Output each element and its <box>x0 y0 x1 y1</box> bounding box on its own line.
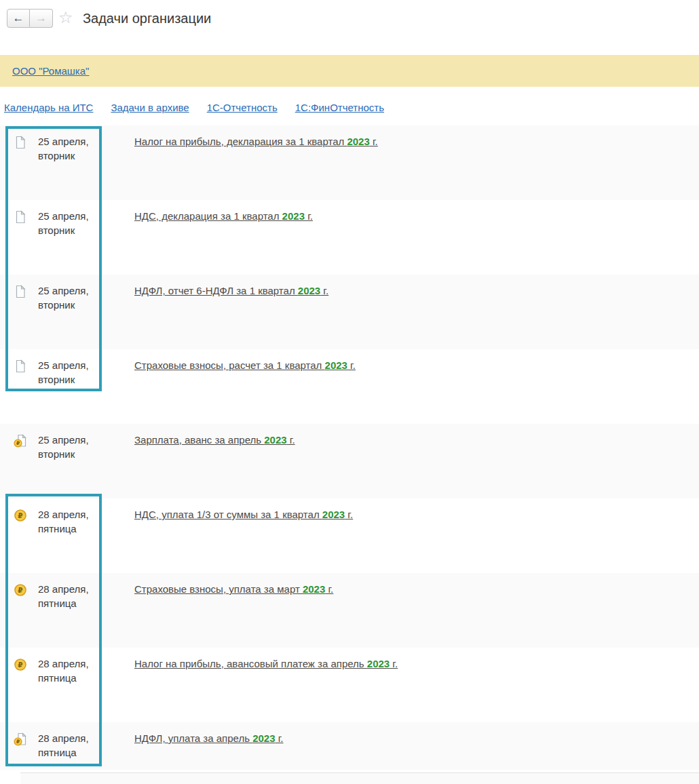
task-link[interactable]: Страховые взносы, уплата за март 2023 г. <box>134 582 333 596</box>
task-date: 28 апреля, пятница <box>38 731 98 760</box>
task-date-line1: 28 апреля, <box>38 507 98 522</box>
task-title-suffix: г. <box>287 434 295 446</box>
task-link[interactable]: Налог на прибыль, декларация за 1 кварта… <box>134 134 378 149</box>
report-icon: ₽ ₽ <box>14 210 27 224</box>
task-title-text: Налог на прибыль, авансовый платеж за ап… <box>134 658 367 669</box>
task-title-suffix: г. <box>345 509 353 520</box>
task-date-line2: вторник <box>38 223 98 237</box>
nav-link-archive-tasks[interactable]: Задачи в архиве <box>111 102 189 113</box>
task-title-year: 2023 <box>298 285 320 296</box>
task-row: ₽ ₽ 28 апреля, пятница НДФЛ, уплата за а… <box>0 722 699 770</box>
payment-report-icon: ₽ ₽ <box>14 434 27 448</box>
task-link[interactable]: Страховые взносы, расчет за 1 квартал 20… <box>134 358 356 372</box>
task-title-year: 2023 <box>252 732 275 744</box>
report-icon: ₽ ₽ <box>14 136 27 149</box>
task-date-line1: 25 апреля, <box>38 433 98 447</box>
task-title-text: Страховые взносы, расчет за 1 квартал <box>134 359 325 371</box>
task-title-suffix: г. <box>325 583 333 595</box>
task-title-text: НДФЛ, уплата за апрель <box>134 732 252 744</box>
task-row: ₽ ₽ 25 апреля, вторник НДФЛ, отчет 6-НДФ… <box>0 275 699 349</box>
task-date: 25 апреля, вторник <box>38 433 98 461</box>
svg-text:₽: ₽ <box>18 511 22 520</box>
task-title-year: 2023 <box>325 359 347 371</box>
task-title-year: 2023 <box>303 583 325 595</box>
task-date-line1: 25 апреля, <box>38 358 98 372</box>
svg-text:₽: ₽ <box>16 739 20 745</box>
tasks-window: ← → ☆ Задачи организации ООО "Ромашка" К… <box>0 0 699 784</box>
task-row: ₽ ₽ 28 апреля, пятница Страховые взносы,… <box>0 573 699 648</box>
task-title-suffix: г. <box>347 359 356 371</box>
task-date-line1: 25 апреля, <box>38 283 98 298</box>
task-title-suffix: г. <box>370 136 378 147</box>
task-link[interactable]: НДС, уплата 1/3 от суммы за 1 квартал 20… <box>134 507 353 522</box>
task-date: 25 апреля, вторник <box>38 358 98 387</box>
task-link[interactable]: НДФЛ, отчет 6-НДФЛ за 1 квартал 2023 г. <box>134 283 328 298</box>
task-link[interactable]: Зарплата, аванс за апрель 2023 г. <box>134 433 295 447</box>
favorite-star-icon[interactable]: ☆ <box>58 8 73 27</box>
task-date-line1: 28 апреля, <box>38 582 98 596</box>
task-date-line1: 28 апреля, <box>38 656 98 671</box>
task-date-line1: 25 апреля, <box>38 209 98 223</box>
organization-banner: ООО "Ромашка" <box>0 55 699 87</box>
nav-links-row: Календарь на ИТС Задачи в архиве 1С-Отче… <box>4 102 384 113</box>
task-row: ₽ ₽ 28 апреля, пятница НДС, уплата 1/3 о… <box>0 498 699 573</box>
nav-link-calendar-its[interactable]: Календарь на ИТС <box>4 102 93 113</box>
page-title: Задачи организации <box>83 11 211 26</box>
svg-text:₽: ₽ <box>16 440 20 446</box>
task-date-line2: вторник <box>38 298 98 312</box>
task-title-suffix: г. <box>305 210 313 222</box>
task-date-line2: пятница <box>38 522 98 536</box>
task-link[interactable]: НДФЛ, уплата за апрель 2023 г. <box>134 731 283 745</box>
task-date: 25 апреля, вторник <box>38 209 98 237</box>
task-title-year: 2023 <box>264 434 286 446</box>
nav-link-1c-finreporting[interactable]: 1С:ФинОтчетность <box>295 102 384 113</box>
organization-link[interactable]: ООО "Ромашка" <box>12 65 89 77</box>
task-date: 25 апреля, вторник <box>38 283 98 312</box>
task-date-line1: 28 апреля, <box>38 731 98 745</box>
task-row: ₽ ₽ 25 апреля, вторник Зарплата, аванс з… <box>0 424 699 498</box>
task-row: ₽ ₽ 25 апреля, вторник Страховые взносы,… <box>0 349 699 424</box>
payment-icon: ₽ ₽ <box>14 509 27 522</box>
payment-icon: ₽ ₽ <box>14 583 27 597</box>
task-date-line2: вторник <box>38 447 98 461</box>
task-date-line2: вторник <box>38 372 98 387</box>
task-date: 28 апреля, пятница <box>38 507 98 536</box>
payment-icon: ₽ ₽ <box>14 658 27 671</box>
task-date-line2: пятница <box>38 596 98 610</box>
task-title-text: Налог на прибыль, декларация за 1 кварта… <box>134 136 347 147</box>
task-link[interactable]: НДС, декларация за 1 квартал 2023 г. <box>134 209 313 223</box>
task-row: ₽ ₽ 28 апреля, пятница Налог на прибыль,… <box>0 648 699 722</box>
task-date: 28 апреля, пятница <box>38 656 98 685</box>
task-title-text: НДФЛ, отчет 6-НДФЛ за 1 квартал <box>134 285 298 296</box>
task-title-year: 2023 <box>347 136 369 147</box>
svg-text:₽: ₽ <box>18 661 22 669</box>
svg-text:₽: ₽ <box>18 586 22 594</box>
partial-next-row <box>20 773 699 784</box>
forward-button[interactable]: → <box>30 9 53 28</box>
task-date-line2: пятница <box>38 671 98 685</box>
task-date-line1: 25 апреля, <box>38 134 98 149</box>
task-title-text: НДС, декларация за 1 квартал <box>134 210 282 222</box>
task-link[interactable]: Налог на прибыль, авансовый платеж за ап… <box>134 656 398 671</box>
task-date-line2: пятница <box>38 745 98 760</box>
back-button[interactable]: ← <box>7 9 30 28</box>
task-title-text: НДС, уплата 1/3 от суммы за 1 квартал <box>134 509 322 520</box>
task-title-year: 2023 <box>322 509 345 520</box>
history-nav: ← → <box>7 9 53 28</box>
report-icon: ₽ ₽ <box>14 359 27 373</box>
task-title-text: Зарплата, аванс за апрель <box>134 434 264 446</box>
task-list: ₽ ₽ 25 апреля, вторник Налог на прибыль,… <box>0 125 699 770</box>
payment-report-icon: ₽ ₽ <box>14 732 27 746</box>
task-title-year: 2023 <box>282 210 305 222</box>
task-date-line2: вторник <box>38 149 98 163</box>
task-row: ₽ ₽ 25 апреля, вторник Налог на прибыль,… <box>0 125 699 200</box>
task-title-text: Страховые взносы, уплата за март <box>134 583 303 595</box>
task-date: 28 апреля, пятница <box>38 582 98 610</box>
task-row: ₽ ₽ 25 апреля, вторник НДС, декларация з… <box>0 200 699 275</box>
report-icon: ₽ ₽ <box>14 285 27 298</box>
task-date: 25 апреля, вторник <box>38 134 98 163</box>
task-title-suffix: г. <box>276 732 284 744</box>
task-title-suffix: г. <box>320 285 328 296</box>
nav-link-1c-reporting[interactable]: 1С-Отчетность <box>207 102 278 113</box>
task-title-suffix: г. <box>390 658 398 669</box>
